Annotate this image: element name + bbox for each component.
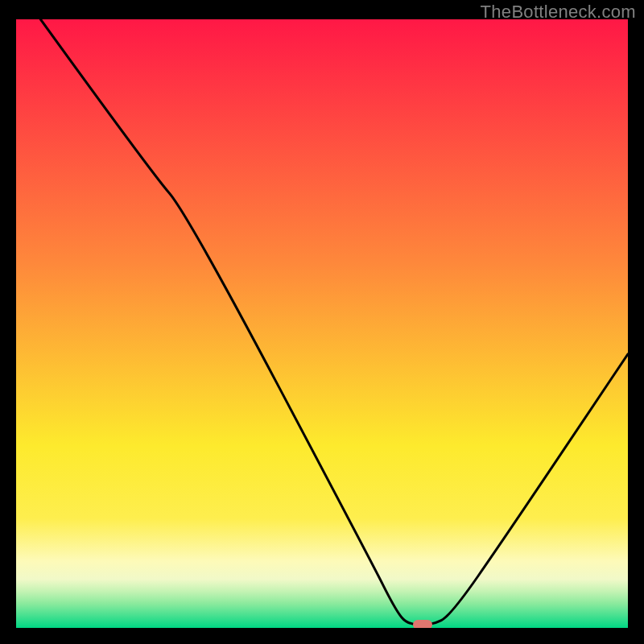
- chart-frame: TheBottleneck.com: [0, 0, 644, 644]
- plot-area: [16, 19, 628, 628]
- optimal-point-marker: [413, 620, 432, 628]
- watermark-text: TheBottleneck.com: [481, 2, 636, 23]
- bottleneck-curve: [16, 19, 628, 628]
